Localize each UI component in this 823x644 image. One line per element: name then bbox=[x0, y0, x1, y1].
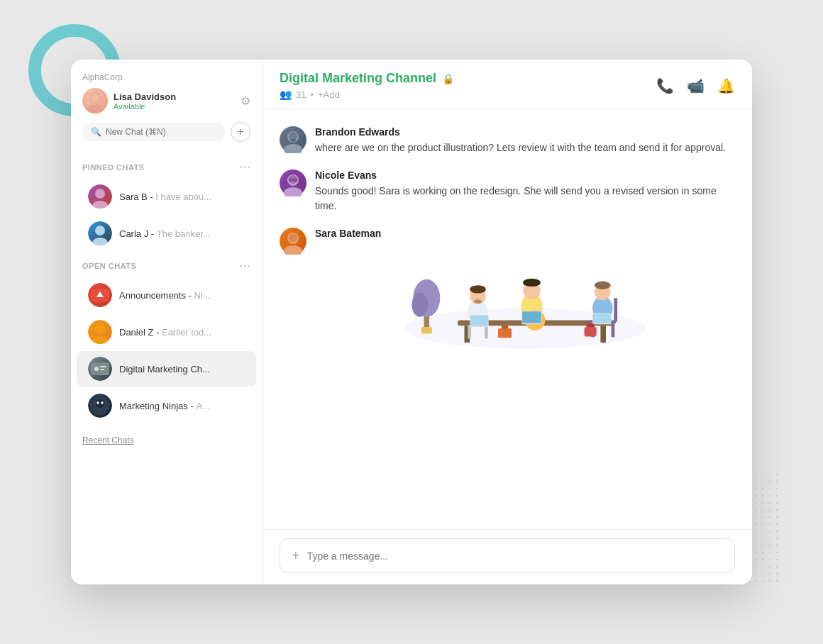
sara-chat-text: Sara B - I have abou... bbox=[119, 191, 245, 202]
pinned-chats-header: PINNED CHATS ⋯ bbox=[71, 153, 262, 178]
svg-point-18 bbox=[101, 401, 104, 404]
brandon-text: where are we on the product illustration… bbox=[315, 140, 735, 155]
svg-point-24 bbox=[284, 187, 302, 196]
user-name: Lisa Davidson bbox=[114, 91, 176, 102]
chat-digital-marketing[interactable]: Digital Marketing Ch... bbox=[77, 351, 256, 387]
chat-daniel[interactable]: Daniel Z - Earlier tod... bbox=[77, 314, 256, 350]
svg-point-25 bbox=[289, 175, 297, 184]
svg-point-5 bbox=[95, 226, 105, 235]
search-input-wrap[interactable]: 🔍 bbox=[82, 123, 225, 141]
message-sara: Sara Bateman bbox=[280, 228, 735, 358]
svg-point-1 bbox=[87, 105, 104, 113]
chat-announcements[interactable]: Announcements - Ni... bbox=[77, 277, 256, 313]
brandon-avatar bbox=[280, 126, 306, 153]
sidebar: AlphaCorp Lisa Davidson Availabl bbox=[71, 60, 263, 584]
ninja-text: Marketing Ninjas - A... bbox=[119, 401, 245, 411]
ninja-name: Marketing Ninjas - A... bbox=[119, 401, 245, 411]
user-status: Available bbox=[114, 102, 176, 111]
brandon-author: Brandon Edwards bbox=[315, 126, 735, 138]
sara-chat-name: Sara B - I have abou... bbox=[119, 191, 245, 202]
user-row: Lisa Davidson Available ⚙ bbox=[82, 88, 250, 113]
svg-rect-65 bbox=[498, 328, 512, 338]
dot-separator: • bbox=[310, 89, 314, 100]
search-input[interactable] bbox=[106, 127, 216, 137]
sara-message-content: Sara Bateman bbox=[315, 228, 735, 358]
add-chat-button[interactable]: + bbox=[231, 122, 250, 142]
avatar bbox=[82, 88, 108, 113]
carla-chat-text: Carla J - The banker... bbox=[119, 228, 245, 239]
digital-avatar bbox=[88, 357, 112, 381]
nicole-author: Nicole Evans bbox=[315, 170, 735, 181]
channel-title-row: Digital Marketing Channel 🔒 bbox=[280, 71, 454, 86]
members-row: 👥 31 • +Add bbox=[280, 89, 454, 100]
search-icon: 🔍 bbox=[91, 127, 101, 137]
office-illustration bbox=[390, 245, 660, 358]
chat-header-left: Digital Marketing Channel 🔒 👥 31 • +Add bbox=[280, 71, 454, 100]
svg-rect-36 bbox=[421, 327, 432, 334]
svg-point-9 bbox=[95, 324, 105, 334]
sidebar-header: AlphaCorp Lisa Davidson Availabl bbox=[71, 60, 262, 153]
outer-container: AlphaCorp Lisa Davidson Availabl bbox=[57, 45, 766, 599]
svg-rect-57 bbox=[614, 298, 617, 321]
attach-button[interactable]: + bbox=[292, 548, 300, 564]
pinned-chats-label: PINNED CHATS bbox=[82, 163, 145, 172]
open-more-icon[interactable]: ⋯ bbox=[239, 259, 250, 272]
svg-point-60 bbox=[595, 282, 611, 289]
sara-avatar bbox=[88, 184, 112, 209]
svg-point-35 bbox=[412, 293, 428, 317]
video-icon[interactable]: 📹 bbox=[687, 77, 705, 94]
carla-avatar bbox=[88, 221, 112, 245]
svg-rect-56 bbox=[612, 323, 615, 337]
channel-title: Digital Marketing Channel bbox=[280, 71, 436, 86]
announcements-name: Announcements - Ni... bbox=[119, 290, 245, 301]
search-row: 🔍 + bbox=[82, 122, 250, 142]
svg-rect-46 bbox=[470, 316, 488, 326]
svg-point-17 bbox=[97, 401, 99, 404]
announcements-text: Announcements - Ni... bbox=[119, 290, 245, 301]
lock-icon: 🔒 bbox=[442, 73, 454, 84]
announcements-avatar bbox=[88, 283, 112, 307]
svg-rect-13 bbox=[100, 366, 106, 367]
svg-rect-63 bbox=[585, 327, 597, 336]
svg-rect-53 bbox=[522, 311, 541, 323]
gear-icon[interactable]: ⚙ bbox=[241, 94, 250, 108]
svg-point-31 bbox=[289, 233, 297, 242]
pinned-chat-carla[interactable]: Carla J - The banker... bbox=[77, 216, 256, 251]
pinned-more-icon[interactable]: ⋯ bbox=[239, 160, 250, 174]
open-chats-header: OPEN CHATS ⋯ bbox=[71, 252, 262, 277]
brandon-message-content: Brandon Edwards where are we on the prod… bbox=[315, 126, 735, 155]
svg-point-4 bbox=[92, 201, 108, 209]
pinned-chat-sara[interactable]: Sara B - I have abou... bbox=[77, 179, 256, 214]
phone-icon[interactable]: 📞 bbox=[656, 77, 674, 94]
svg-point-50 bbox=[523, 279, 541, 287]
chat-input-area: + bbox=[263, 529, 752, 584]
nicole-message-content: Nicole Evans Sounds good! Sara is workin… bbox=[315, 170, 735, 213]
open-chats-label: OPEN CHATS bbox=[82, 262, 136, 270]
sara-b-avatar bbox=[280, 228, 306, 255]
chat-header-right: 📞 📹 🔔 bbox=[656, 77, 735, 94]
daniel-avatar bbox=[88, 320, 112, 344]
digital-text: Digital Marketing Ch... bbox=[119, 364, 245, 374]
svg-rect-11 bbox=[91, 362, 109, 375]
ninja-avatar bbox=[88, 394, 112, 418]
chat-marketing-ninjas[interactable]: Marketing Ninjas - A... bbox=[77, 388, 256, 423]
recent-chats-link[interactable]: Recent Chats bbox=[71, 424, 262, 457]
svg-point-20 bbox=[284, 144, 302, 153]
bell-icon[interactable]: 🔔 bbox=[717, 77, 735, 94]
nicole-avatar bbox=[280, 170, 306, 196]
svg-point-47 bbox=[474, 299, 482, 304]
add-member-button[interactable]: +Add bbox=[318, 89, 340, 100]
svg-point-10 bbox=[92, 336, 108, 344]
chat-input-box: + bbox=[280, 538, 735, 573]
svg-point-3 bbox=[95, 189, 105, 199]
member-count: 31 bbox=[296, 89, 306, 100]
app-window: AlphaCorp Lisa Davidson Availabl bbox=[71, 60, 752, 584]
svg-rect-41 bbox=[485, 325, 488, 338]
digital-name: Digital Marketing Ch... bbox=[119, 364, 245, 374]
chat-messages: Brandon Edwards where are we on the prod… bbox=[263, 109, 752, 529]
svg-point-2 bbox=[90, 93, 100, 103]
chat-input-field[interactable] bbox=[307, 550, 723, 562]
svg-point-6 bbox=[92, 238, 108, 245]
daniel-text: Daniel Z - Earlier tod... bbox=[119, 327, 245, 338]
user-details: Lisa Davidson Available bbox=[114, 91, 176, 111]
